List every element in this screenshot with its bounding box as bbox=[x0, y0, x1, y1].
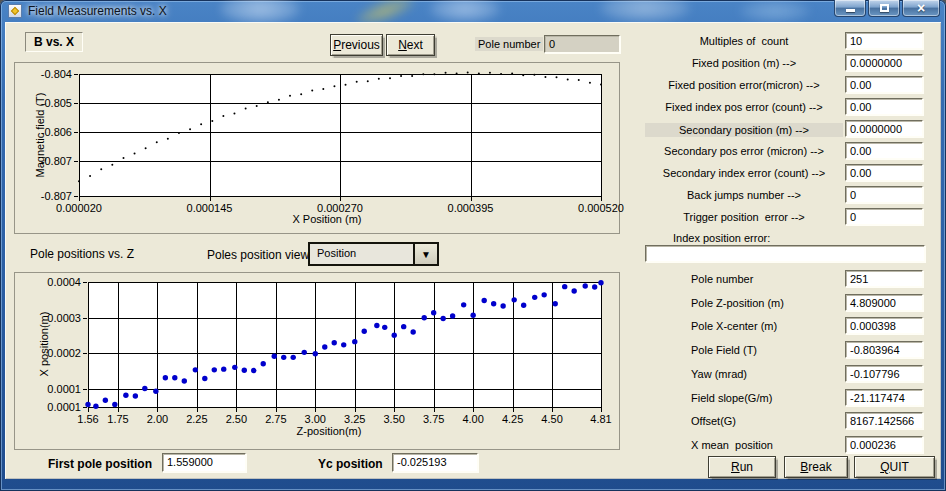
x-tick-label: 4.00 bbox=[462, 413, 483, 425]
right-panel-field-value[interactable]: 0.00 bbox=[845, 142, 923, 159]
right-panel-field-label: Field slope(G/m) bbox=[691, 392, 772, 404]
poles-position-view-dropdown[interactable]: Position ▼ bbox=[308, 242, 439, 266]
right-panel-field-value[interactable]: 0.000236 bbox=[845, 436, 923, 453]
pole-positions-chart-panel: 1.561.752.002.252.502.753.003.253.503.75… bbox=[14, 272, 620, 450]
maximize-button[interactable] bbox=[868, 0, 900, 17]
x-tick-label: 0.000145 bbox=[187, 202, 233, 214]
right-panel-field-label: Fixed index pos error (count) --> bbox=[645, 101, 843, 113]
field-vs-x-plot: 0.0000200.0001450.0002700.0003950.000520… bbox=[15, 63, 621, 235]
index-position-error-label: Index position error: bbox=[673, 232, 770, 244]
right-panel-field-label: Pole X-center (m) bbox=[691, 320, 777, 332]
right-panel-field-value[interactable]: 0 bbox=[845, 186, 923, 203]
title-bar[interactable]: Field Measurements vs. X × bbox=[0, 0, 946, 22]
right-panel-field-value[interactable]: 0.0000000 bbox=[845, 120, 923, 137]
x-tick-label: 3.25 bbox=[344, 413, 365, 425]
next-button[interactable]: Next bbox=[386, 34, 435, 56]
right-panel-field-label: Secondary position (m) --> bbox=[645, 123, 843, 137]
right-panel-field-value[interactable]: 0.000398 bbox=[845, 317, 923, 334]
titlebar-glass-reflection bbox=[740, 0, 810, 22]
previous-button[interactable]: Previous bbox=[330, 34, 383, 56]
x-tick-label: 0.000520 bbox=[578, 202, 624, 214]
break-button[interactable]: Break bbox=[784, 456, 848, 478]
right-panel: Index position error: Run Break QUIT Mul… bbox=[645, 22, 941, 479]
right-panel-field-value[interactable]: 0.00 bbox=[845, 98, 923, 115]
right-panel-field-label: Fixed position error(micron) --> bbox=[645, 79, 843, 91]
titlebar-glass-reflection bbox=[354, 0, 417, 22]
x-tick-label: 2.00 bbox=[147, 413, 168, 425]
right-panel-field-value[interactable]: 0.0000000 bbox=[845, 54, 923, 71]
y-tick-label: 0.0001 bbox=[47, 401, 81, 413]
right-panel-field-value[interactable]: 8167.142566 bbox=[845, 412, 923, 429]
x-tick-label: 3.50 bbox=[384, 413, 405, 425]
x-tick-label: 4.25 bbox=[502, 413, 523, 425]
x-tick-label: 0.000395 bbox=[448, 202, 494, 214]
x-tick-label: 4.50 bbox=[541, 413, 562, 425]
x-tick-label: 0.000020 bbox=[56, 202, 102, 214]
field-vs-x-ylabel: Magnetic field (T) bbox=[34, 93, 46, 178]
chevron-down-icon[interactable]: ▼ bbox=[413, 244, 437, 264]
right-panel-field-label: Pole Z-position (m) bbox=[691, 297, 784, 309]
right-panel-field-label: Trigger position error --> bbox=[645, 211, 843, 223]
yc-position-label: Yc position bbox=[318, 457, 383, 471]
right-panel-field-value[interactable]: 4.809000 bbox=[845, 294, 923, 311]
titlebar-glass-reflection bbox=[220, 0, 300, 22]
right-panel-field-value[interactable]: 0.00 bbox=[845, 76, 923, 93]
section-label-b-vs-x: B vs. X bbox=[25, 32, 83, 52]
x-tick-label: 3.75 bbox=[423, 413, 444, 425]
index-position-error-field[interactable] bbox=[645, 245, 925, 262]
x-tick-label: 2.50 bbox=[226, 413, 247, 425]
y-tick-label: 0.0003 bbox=[47, 312, 81, 324]
app-icon bbox=[8, 4, 22, 18]
pole-positions-ylabel: X position(m) bbox=[38, 312, 50, 377]
pole-number-top-label: Pole number bbox=[475, 37, 543, 51]
right-panel-field-label: Pole number bbox=[691, 273, 753, 285]
right-panel-field-label: Secondary index error (count) --> bbox=[645, 167, 843, 179]
x-tick-label: 2.75 bbox=[265, 413, 286, 425]
right-panel-field-value[interactable]: 0.00 bbox=[845, 164, 923, 181]
window-title: Field Measurements vs. X bbox=[28, 4, 167, 18]
field-vs-x-chart-panel: 0.0000200.0001450.0002700.0003950.000520… bbox=[14, 62, 620, 234]
right-panel-field-label: X mean position bbox=[691, 439, 773, 451]
x-tick-label: 1.56 bbox=[77, 413, 98, 425]
right-panel-field-label: Back jumps number --> bbox=[645, 189, 843, 201]
y-tick-label: -0.804 bbox=[41, 68, 72, 80]
x-tick-label: 3.00 bbox=[305, 413, 326, 425]
y-tick-label: 0.0004 bbox=[47, 276, 81, 288]
quit-button[interactable]: QUIT bbox=[854, 456, 935, 478]
close-button[interactable]: × bbox=[902, 0, 940, 17]
poles-position-view-label: Poles position view bbox=[207, 248, 309, 262]
right-panel-field-value[interactable]: -0.803964 bbox=[845, 341, 923, 358]
titlebar-glass-reflection bbox=[430, 0, 500, 22]
first-pole-position-field[interactable]: 1.559000 bbox=[162, 453, 246, 472]
close-icon: × bbox=[917, 1, 925, 15]
right-panel-field-label: Secondary pos error (micron) --> bbox=[645, 145, 843, 157]
pole-number-display[interactable]: 0 bbox=[544, 35, 620, 53]
app-window: Field Measurements vs. X × B vs. X Previ… bbox=[0, 0, 946, 491]
right-panel-field-value[interactable]: -0.107796 bbox=[845, 365, 923, 382]
x-tick-label: 4.81 bbox=[590, 413, 611, 425]
right-panel-field-label: Pole Field (T) bbox=[691, 344, 757, 356]
right-panel-field-label: Offset(G) bbox=[691, 415, 736, 427]
right-panel-field-value[interactable]: -21.117474 bbox=[845, 389, 923, 406]
pole-positions-label: Pole positions vs. Z bbox=[30, 247, 134, 261]
minimize-icon bbox=[846, 9, 855, 12]
x-tick-label: 1.75 bbox=[107, 413, 128, 425]
maximize-icon bbox=[880, 4, 889, 12]
x-tick-label: 2.25 bbox=[186, 413, 207, 425]
client-area: B vs. X Previous Next Pole number 0 0.00… bbox=[5, 22, 941, 479]
y-tick-label: -0.807 bbox=[41, 190, 72, 202]
y-tick-label: 0.0002 bbox=[47, 347, 81, 359]
right-panel-field-label: Fixed position (m) --> bbox=[645, 57, 843, 69]
right-panel-field-value[interactable]: 251 bbox=[845, 270, 923, 287]
titlebar-glass-reflection bbox=[600, 0, 690, 22]
dropdown-selected-value: Position bbox=[317, 247, 356, 259]
right-panel-field-value[interactable]: 10 bbox=[845, 32, 923, 49]
y-tick-label: 0.0001 bbox=[47, 383, 81, 395]
right-panel-field-label: Yaw (mrad) bbox=[691, 368, 747, 380]
first-pole-position-label: First pole position bbox=[48, 457, 152, 471]
minimize-button[interactable] bbox=[834, 0, 866, 17]
pole-positions-xlabel: Z-position(m) bbox=[297, 425, 362, 437]
run-button[interactable]: Run bbox=[708, 456, 776, 478]
yc-position-field[interactable]: -0.025193 bbox=[392, 453, 478, 472]
right-panel-field-value[interactable]: 0 bbox=[845, 208, 923, 225]
